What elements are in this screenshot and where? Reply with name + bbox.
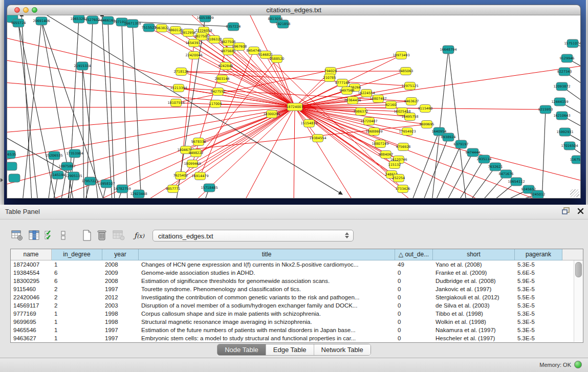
network-node[interactable] — [9, 174, 20, 182]
table-cell[interactable]: 18300295 — [11, 277, 52, 285]
table-cell[interactable]: 2009 — [102, 269, 139, 277]
table-cell[interactable]: 1 — [52, 318, 102, 326]
table-cell[interactable]: 1 — [52, 310, 102, 318]
table-cell[interactable]: 9463627 — [11, 334, 52, 342]
network-node[interactable]: 1167534 — [570, 156, 580, 164]
table-cell[interactable]: 5.3E-5 — [515, 326, 562, 334]
network-node[interactable]: 12975125 — [401, 82, 418, 90]
delete-column-icon[interactable] — [96, 229, 107, 242]
network-node[interactable]: 2588520 — [270, 55, 285, 63]
table-cell[interactable]: 6 — [52, 277, 102, 285]
network-node[interactable]: 18099469 — [184, 160, 201, 168]
network-node[interactable]: 6379197 — [454, 140, 469, 148]
table-cell[interactable]: 22420046 — [11, 293, 52, 301]
column-header-out-de-[interactable]: △ out_de... — [395, 249, 433, 260]
table-cell[interactable]: Changes of HCN gene expression and I(f) … — [139, 260, 395, 269]
table-cell[interactable]: 5.3E-5 — [515, 334, 562, 342]
table-cell[interactable]: Investigating the contribution of common… — [139, 293, 395, 301]
table-cell[interactable]: 1997 — [102, 334, 139, 342]
table-cell[interactable]: 2 — [52, 301, 102, 310]
table-cell[interactable]: 0 — [395, 301, 433, 310]
network-node[interactable]: 9242845 — [219, 62, 233, 70]
network-node[interactable]: 25206535 — [46, 151, 62, 160]
table-cell[interactable]: 6 — [52, 269, 102, 277]
table-settings-icon[interactable] — [11, 230, 24, 241]
network-node[interactable]: 17353984 — [66, 149, 83, 158]
column-header-name[interactable]: name — [11, 249, 52, 260]
table-cell[interactable]: Estimation of the future numbers of pati… — [139, 326, 395, 334]
network-node[interactable]: 20691406 — [33, 17, 50, 25]
table-row[interactable]: 946554611997Estimation of the future num… — [11, 326, 583, 334]
network-node[interactable]: 18107554 — [167, 99, 184, 107]
network-node[interactable]: 10654112 — [508, 178, 525, 186]
table-cell[interactable]: 5.3E-5 — [515, 301, 562, 310]
table-cell[interactable]: Estimation of significance thresholds fo… — [139, 277, 395, 285]
column-header-pagerank[interactable]: pagerank — [515, 249, 562, 260]
table-cell[interactable]: 2003 — [102, 301, 139, 310]
table-cell[interactable]: 0 — [395, 318, 433, 326]
network-node[interactable]: 9245012 — [531, 190, 546, 198]
table-cell[interactable]: 1 — [52, 326, 102, 334]
new-column-icon[interactable] — [82, 229, 92, 242]
table-cell[interactable]: 9777169 — [11, 310, 52, 318]
table-cell[interactable]: Genome-wide association studies in ADHD. — [139, 269, 395, 277]
table-row[interactable]: 1830029562008Estimation of significance … — [11, 277, 583, 285]
network-node[interactable]: 7625402 — [173, 172, 188, 180]
table-cell[interactable]: 2012 — [102, 293, 139, 301]
network-node[interactable]: 8471676 — [499, 170, 514, 178]
table-cell[interactable]: Nakamura et al. (1997) — [433, 326, 515, 334]
table-cell[interactable]: Dudbridge et al. (2008) — [433, 277, 515, 285]
network-node[interactable]: 7986372 — [354, 108, 368, 116]
table-cell[interactable]: Jankovic et al. (1997) — [433, 285, 515, 293]
column-header-in-degree[interactable]: in_degree — [52, 249, 102, 260]
table-selector-dropdown[interactable]: citations_edges.txt — [153, 230, 354, 242]
table-cell[interactable]: 5.5E-5 — [515, 293, 562, 301]
select-attributes-icon[interactable] — [44, 230, 54, 241]
table-cell[interactable]: 49 — [395, 260, 433, 269]
import-table-icon[interactable] — [113, 230, 125, 241]
table-cell[interactable]: Tibbo et al. (1998) — [433, 310, 515, 318]
network-node[interactable]: 9875685 — [221, 48, 236, 55]
network-node[interactable]: 2718126 — [174, 68, 189, 76]
table-cell[interactable]: Tourette syndrome. Phenomenology and cla… — [139, 285, 395, 293]
network-node[interactable]: 16648794 — [440, 46, 456, 54]
table-cell[interactable]: 5.9E-5 — [515, 277, 562, 285]
network-node[interactable]: 62160 — [386, 101, 397, 109]
network-node[interactable]: 9463627 — [404, 98, 419, 105]
network-node[interactable]: 9474444 — [466, 148, 481, 157]
network-node[interactable]: 117004 — [209, 100, 222, 108]
network-node[interactable]: 1921858 — [276, 20, 291, 28]
table-cell[interactable]: 0 — [395, 285, 433, 293]
network-node[interactable]: 15992931 — [556, 128, 573, 136]
network-node[interactable]: 12444159 — [551, 98, 568, 106]
table-cell[interactable]: 2008 — [102, 260, 139, 269]
table-cell[interactable]: 5.3E-5 — [515, 260, 562, 269]
tab-edge-table[interactable]: Edge Table — [266, 344, 314, 355]
memory-status-indicator[interactable] — [574, 361, 582, 368]
table-cell[interactable]: Yano et al. (2008) — [433, 260, 515, 269]
resize-grip-icon[interactable] — [570, 189, 579, 197]
table-cell[interactable]: 0 — [395, 310, 433, 318]
network-node[interactable]: 18724007 — [286, 103, 303, 111]
network-node[interactable]: 9497568 — [340, 87, 355, 95]
network-node[interactable]: 8357224 — [226, 23, 241, 31]
network-node[interactable]: 210785 — [323, 74, 336, 82]
network-node[interactable]: 9498222 — [189, 149, 204, 157]
table-row[interactable]: 1872400712008Changes of HCN gene express… — [11, 260, 583, 269]
network-node[interactable]: 252254 — [393, 174, 405, 182]
network-node[interactable]: 1145194 — [51, 171, 66, 179]
network-node[interactable]: 115132 — [388, 161, 401, 169]
table-cell[interactable]: 5.3E-5 — [515, 318, 562, 326]
network-node[interactable]: 7485063 — [399, 68, 413, 75]
table-cell[interactable]: 1998 — [102, 310, 139, 318]
network-node[interactable]: 9129946 — [560, 54, 575, 62]
table-cell[interactable]: 5.3E-5 — [515, 310, 562, 318]
table-cell[interactable]: Structural magnetic resonance image aver… — [139, 318, 395, 326]
float-panel-icon[interactable] — [562, 207, 570, 215]
table-cell[interactable]: 9699695 — [11, 318, 52, 326]
network-node[interactable]: 15720407 — [360, 118, 377, 125]
table-cell[interactable]: 9115460 — [11, 285, 52, 293]
table-cell[interactable]: 0 — [395, 326, 433, 334]
network-node[interactable]: 9115460 — [418, 105, 433, 113]
network-node[interactable]: 12905135 — [65, 172, 82, 180]
